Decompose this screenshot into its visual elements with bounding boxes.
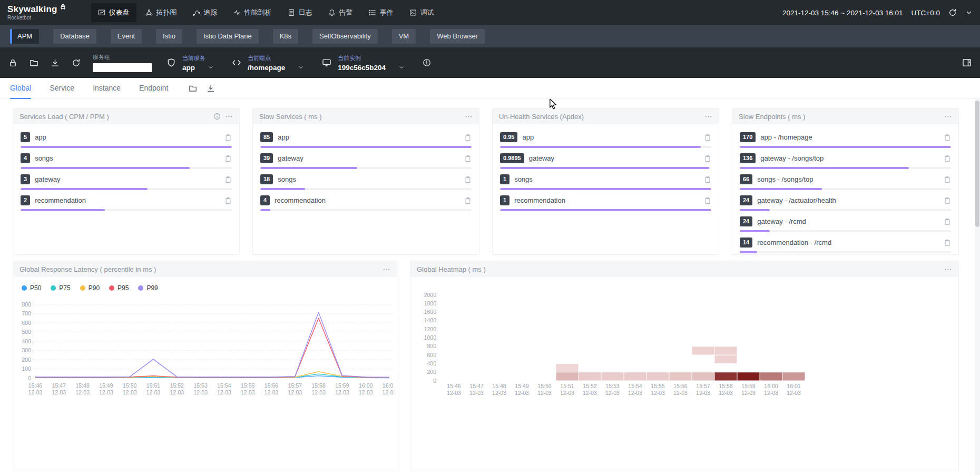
module-tab-istio-data-plane[interactable]: Istio Data Plane [197,29,259,44]
clipboard-icon[interactable] [944,218,951,225]
lock-icon[interactable] [8,58,17,67]
clipboard-icon[interactable] [944,239,951,246]
more-icon[interactable] [944,113,952,121]
module-tab-event[interactable]: Event [111,29,142,44]
rank-item-name[interactable]: app - /homepage [760,133,939,141]
chevron-down-icon[interactable] [298,64,304,71]
clipboard-icon[interactable] [464,134,472,141]
top-navbar: Skywalking Rocketbot 仪表盘拓扑图追踪性能剖析日志告警事件调… [0,0,980,25]
rank-item-name[interactable]: songs [278,175,459,183]
selector-field[interactable]: 当前服务app [182,54,214,72]
tab-global[interactable]: Global [10,78,31,99]
chevron-down-icon[interactable] [208,64,214,71]
more-icon[interactable] [704,113,712,121]
rank-item-name[interactable]: recommendation - /rcmd [757,239,939,246]
rank-item-name[interactable]: recommendation [35,196,220,204]
selector-value[interactable]: /homepage [248,64,285,72]
nav-item-profile[interactable]: 性能剖析 [227,3,279,22]
chevron-down-icon[interactable] [398,64,405,71]
rank-item-name[interactable]: gateway - /songs/top [760,154,939,162]
tab-instance[interactable]: Instance [93,78,121,99]
rank-item-name[interactable]: recommendation [275,196,459,204]
legend-item-p75[interactable]: P75 [51,284,70,292]
folder-icon[interactable] [30,58,38,67]
nav-item-topology[interactable]: 拓扑图 [139,3,184,22]
heatmap-chart[interactable]: 020040060080010001200140016001800200015:… [414,289,955,398]
rank-item-name[interactable]: songs [514,175,699,183]
nav-item-debug[interactable]: 调试 [403,3,441,22]
nav-item-alarm[interactable]: 告警 [321,3,360,22]
time-range-picker[interactable]: 2021-12-03 15:46 ~ 2021-12-03 16:01 [782,9,903,17]
info-icon[interactable] [423,58,431,67]
rank-item-name[interactable]: app [522,133,699,141]
more-icon[interactable] [944,265,952,273]
auto-refresh-icon[interactable] [948,8,957,17]
scrollbar-thumb[interactable] [975,101,979,227]
nav-item-trace[interactable]: 追踪 [186,3,224,22]
nav-item-dashboard[interactable]: 仪表盘 [91,3,136,22]
refresh-icon[interactable] [72,58,81,67]
download-icon[interactable] [51,58,60,67]
selector-field[interactable]: 当前实例199c56c5b204 [338,54,405,72]
rank-item-name[interactable]: gateway - /actuator/health [757,196,939,204]
selector-value[interactable]: 199c56c5b204 [338,64,386,72]
clipboard-icon[interactable] [224,176,232,183]
rank-item-name[interactable]: gateway [529,154,699,162]
rank-item-name[interactable]: songs - /songs/top [757,175,939,183]
logo[interactable]: Skywalking Rocketbot [7,5,67,21]
module-tab-selfobservability[interactable]: SelfObservability [312,29,378,44]
module-tab-apm[interactable]: APM [10,29,39,44]
rank-item-name[interactable]: app [278,133,459,141]
clipboard-icon[interactable] [944,197,951,204]
legend-item-p99[interactable]: P99 [138,284,158,292]
module-tab-vm[interactable]: VM [392,29,416,44]
timezone-selector[interactable]: UTC+0:0 [912,9,940,17]
nav-item-label: 追踪 [204,8,218,17]
rank-bar-track [21,146,232,148]
module-tab-database[interactable]: Database [53,29,96,44]
folder-icon[interactable] [189,84,197,93]
chevron-down-icon[interactable] [965,9,973,16]
clipboard-icon[interactable] [944,176,951,183]
clipboard-icon[interactable] [464,155,472,162]
line-chart[interactable]: 010020030040050060070080015:4612-0315:47… [16,298,394,403]
rank-item-name[interactable]: gateway [35,175,220,183]
service-group-input[interactable] [93,63,152,72]
selector-value[interactable]: app [182,64,195,72]
nav-item-event[interactable]: 事件 [362,3,400,22]
legend-item-p50[interactable]: P50 [22,284,41,292]
clipboard-icon[interactable] [704,176,711,183]
rank-item-name[interactable]: app [35,133,220,141]
more-icon[interactable] [225,113,233,121]
tab-endpoint[interactable]: Endpoint [139,78,168,99]
clipboard-icon[interactable] [224,134,232,141]
clipboard-icon[interactable] [704,134,711,141]
rank-item-name[interactable]: gateway [278,154,459,162]
rank-item-name[interactable]: gateway - /rcmd [757,217,939,225]
clipboard-icon[interactable] [704,197,711,204]
clipboard-icon[interactable] [224,155,232,162]
info-icon[interactable] [213,113,221,120]
svg-text:12-03: 12-03 [264,389,279,395]
clipboard-icon[interactable] [224,197,232,204]
legend-item-p90[interactable]: P90 [80,284,100,292]
clipboard-icon[interactable] [464,176,472,183]
clipboard-icon[interactable] [704,155,711,162]
clipboard-icon[interactable] [944,155,951,162]
legend-item-p95[interactable]: P95 [109,284,129,292]
rank-item-name[interactable]: songs [35,154,220,162]
module-tab-k8s[interactable]: K8s [273,29,298,44]
module-tab-istio[interactable]: Istio [156,29,182,44]
module-tab-web-browser[interactable]: Web Browser [430,29,485,44]
download-icon[interactable] [207,84,215,93]
tab-service[interactable]: Service [50,78,74,99]
scrollbar-track[interactable] [975,99,980,475]
more-icon[interactable] [465,113,473,121]
nav-item-log[interactable]: 日志 [281,3,319,22]
selector-field[interactable]: 当前端点/homepage [248,54,304,72]
rank-item-name[interactable]: recommendation [514,196,699,204]
panel-toggle-icon[interactable] [962,58,972,67]
clipboard-icon[interactable] [944,134,951,141]
more-icon[interactable] [383,265,390,273]
clipboard-icon[interactable] [464,197,472,204]
